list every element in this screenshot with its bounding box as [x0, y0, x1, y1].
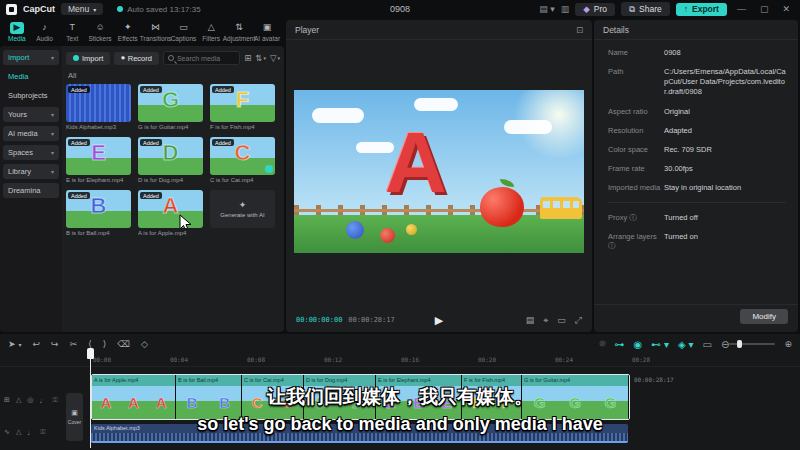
ratio-icon[interactable]: ▭ — [557, 315, 566, 326]
search-box[interactable] — [163, 51, 240, 65]
media-item[interactable]: CAddedC is for Cat.mp4 — [210, 137, 275, 183]
zoom-out-icon[interactable]: ⊖ — [721, 339, 729, 350]
voiceover-icon[interactable]: ⌾ — [600, 338, 606, 350]
track-control-icon[interactable]: ∿ — [4, 428, 10, 436]
tab-filters[interactable]: △Filters — [198, 22, 224, 42]
record-button[interactable]: ⏺Record — [114, 52, 159, 65]
tab-text[interactable]: TText — [59, 22, 85, 42]
minimize-button[interactable]: — — [733, 4, 750, 14]
media-item[interactable]: AddedKids Alphabet.mp3 — [66, 84, 131, 130]
generate-with-ai-tile[interactable]: ✦Generate with AI — [210, 190, 275, 236]
media-thumbnail[interactable]: Added — [66, 84, 131, 122]
tab-media[interactable]: ▶Media — [4, 22, 30, 42]
media-thumbnail[interactable]: FAdded — [210, 84, 275, 122]
timeline-clip[interactable]: G is for Guitar.mp4GGG — [522, 375, 629, 419]
sort-icon[interactable]: ⇅▾ — [255, 53, 266, 63]
blue-ball — [346, 221, 364, 239]
audio-clip[interactable]: Kids Alphabet.mp3 — [91, 424, 628, 443]
timeline-zoom-slider[interactable] — [729, 343, 775, 345]
magnet-snap-icon[interactable]: ◉ — [634, 339, 643, 350]
timeline-clip[interactable]: A is for Apple.mp4AAA — [92, 375, 176, 419]
playhead-handle[interactable] — [87, 348, 94, 359]
media-item[interactable]: BAddedB is for Ball.mp4 — [66, 190, 131, 236]
track-control-icon[interactable]: △ — [16, 396, 21, 404]
sidebar-item-yours[interactable]: Yours▾ — [3, 107, 59, 122]
pro-button[interactable]: ◆Pro — [575, 3, 615, 16]
timeline-clip[interactable]: E is for Elephant.mp4EEE — [376, 375, 462, 419]
track-control-icon[interactable]: ♩ — [27, 429, 34, 436]
undo-icon[interactable]: ↩ — [33, 339, 41, 349]
cloud — [414, 98, 458, 111]
track-control-icon[interactable]: ⚿ — [40, 428, 45, 436]
tab-effects[interactable]: ✦Effects — [115, 22, 141, 42]
timeline-clip[interactable]: D is for Dog.mp4DD — [304, 375, 376, 419]
track-control-icon[interactable]: ⊞ — [4, 396, 10, 404]
video-preview[interactable]: A — [294, 90, 584, 253]
link-clips-icon[interactable]: ⊶ — [615, 339, 625, 350]
export-button[interactable]: ↑Export — [676, 3, 727, 16]
close-button[interactable]: ✕ — [778, 4, 794, 14]
fullscreen-icon[interactable]: ⤢ — [575, 315, 582, 326]
media-thumbnail[interactable]: DAdded — [138, 137, 203, 175]
play-button[interactable]: ▶ — [435, 314, 443, 327]
preview-quality-icon[interactable]: ▤ — [526, 315, 535, 326]
timeline-clip[interactable]: C is for Cat.mp4CC — [242, 375, 304, 419]
track-control-icon[interactable]: ◎ — [27, 396, 33, 404]
timeline-ruler[interactable]: 00:0000:0400:0800:1200:1600:2000:2400:28 — [0, 354, 800, 367]
sidebar-item-spaces[interactable]: Spaces▾ — [3, 145, 59, 160]
preview-frame-icon[interactable]: ▭ — [703, 339, 712, 350]
media-thumbnail[interactable]: BAdded — [66, 190, 131, 228]
modify-button[interactable]: Modify — [740, 309, 788, 324]
search-input[interactable] — [177, 55, 235, 62]
media-thumbnail[interactable]: GAdded — [138, 84, 203, 122]
tab-audio[interactable]: ♪Audio — [32, 22, 58, 42]
zoom-slider-knob[interactable] — [737, 340, 742, 348]
select-tool-caret-icon[interactable]: ▾ — [19, 341, 22, 348]
share-button[interactable]: ⧉Share — [621, 2, 670, 16]
track-control-icon[interactable]: ⚿ — [52, 396, 57, 404]
grid-view-icon[interactable]: ⊞ — [244, 53, 251, 63]
filter-icon[interactable]: ▽▾ — [270, 53, 280, 63]
media-thumbnail[interactable]: AAdded — [138, 190, 203, 228]
redo-icon[interactable]: ↪ — [51, 339, 59, 349]
timeline-clip[interactable]: F is for Fish.mp4FF — [462, 375, 522, 419]
panel-layout-icon[interactable]: ▥ — [561, 4, 570, 14]
media-thumbnail[interactable]: CAdded — [210, 137, 275, 175]
delete-icon[interactable]: ⌫ — [117, 339, 130, 349]
layout-toggle-icon[interactable]: ▤ ▾ — [539, 4, 555, 14]
sidebar-item-import[interactable]: Import▾ — [3, 50, 59, 65]
sidebar-item-subprojects[interactable]: Subprojects — [3, 88, 59, 103]
zoom-in-icon[interactable]: ⊕ — [784, 339, 792, 349]
trim-right-icon[interactable]: ⟩ — [103, 339, 107, 349]
sidebar-item-media[interactable]: Media — [3, 69, 59, 84]
tab-ai-avatar[interactable]: ▣AI avatar — [254, 22, 280, 42]
cover-button[interactable]: ▣ Cover — [66, 393, 83, 441]
auto-link-icon[interactable]: ⊷ ▾ — [651, 339, 669, 350]
media-item[interactable]: EAddedE is for Elephant.mp4 — [66, 137, 131, 183]
track-mode-icon[interactable]: ◈ ▾ — [678, 339, 694, 350]
player-detach-icon[interactable]: ⊡ — [576, 25, 583, 35]
media-item[interactable]: DAddedD is for Dog.mp4 — [138, 137, 203, 183]
freeze-frame-icon[interactable]: ◇ — [141, 339, 148, 349]
import-button[interactable]: Import — [66, 52, 110, 65]
tab-transitions[interactable]: ⋈Transitions — [143, 22, 169, 42]
split-icon[interactable]: ✂ — [70, 339, 78, 349]
media-item[interactable]: FAddedF is for Fish.mp4 — [210, 84, 275, 130]
media-item[interactable]: GAddedG is for Guitar.mp4 — [138, 84, 203, 130]
maximize-button[interactable]: ▢ — [756, 4, 773, 14]
timeline-clip[interactable]: B is for Ball.mp4BB — [176, 375, 242, 419]
sidebar-item-ai-media[interactable]: AI media▾ — [3, 126, 59, 141]
sidebar-item-library[interactable]: Library▾ — [3, 164, 59, 179]
tab-captions[interactable]: ▭Captions — [171, 22, 197, 42]
media-thumbnail[interactable]: EAdded — [66, 137, 131, 175]
tab-adjustment[interactable]: ⇅Adjustment — [226, 22, 252, 42]
snapshot-icon[interactable]: ⌖ — [543, 315, 548, 326]
track-control-icon[interactable]: ♩ — [39, 397, 46, 404]
menu-button[interactable]: Menu ▾ — [61, 3, 103, 15]
sidebar-item-dreamina[interactable]: Dreamina — [3, 183, 59, 198]
track-control-icon[interactable]: △ — [16, 428, 21, 436]
generate-tile-body[interactable]: ✦Generate with AI — [210, 190, 275, 228]
media-item[interactable]: AAddedA is for Apple.mp4 — [138, 190, 203, 236]
tab-stickers[interactable]: ☺Stickers — [87, 22, 113, 42]
select-tool-icon[interactable]: ➤ — [8, 339, 16, 349]
